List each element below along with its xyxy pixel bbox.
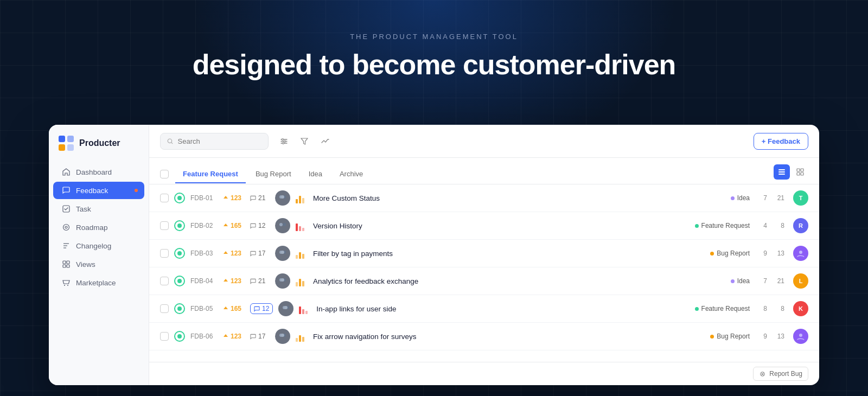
comment-icon — [250, 278, 256, 284]
row-id: FDB-02 — [190, 222, 218, 229]
hero-subtitle: THE PRODUCT MANAGEMENT TOOL — [0, 33, 868, 41]
feedback-dot — [135, 189, 138, 192]
table-row[interactable]: FDB-03 123 17 — [149, 240, 819, 267]
row-checkbox[interactable] — [160, 277, 169, 285]
multi-avatar — [275, 329, 290, 344]
sidebar-item-feedback[interactable]: Feedback — [53, 182, 144, 199]
tab-feature-request[interactable]: Feature Request — [175, 165, 246, 183]
sidebar-item-dashboard[interactable]: Dashboard — [53, 163, 144, 181]
row-meta: Bug Report 9 13 — [710, 246, 808, 261]
sidebar-item-roadmap[interactable]: Roadmap — [53, 219, 144, 236]
svg-rect-1 — [67, 136, 74, 142]
table-area: FDB-01 123 21 — [149, 184, 819, 362]
svg-point-11 — [64, 285, 65, 286]
svg-point-26 — [281, 195, 284, 199]
row-tag: Idea — [731, 194, 750, 202]
row-chart — [296, 220, 308, 231]
row-count2: 13 — [776, 250, 784, 257]
svg-point-27 — [279, 223, 283, 226]
row-comments: 21 — [250, 194, 270, 202]
row-count1: 9 — [758, 333, 767, 340]
upvote-icon — [223, 306, 228, 312]
multi-avatar-icon — [281, 305, 291, 312]
sidebar-item-changelog[interactable]: Changelog — [53, 237, 144, 254]
row-count2: 21 — [776, 194, 784, 202]
table-row[interactable]: FDB-02 165 12 — [149, 212, 819, 240]
search-input[interactable] — [178, 137, 261, 145]
row-checkbox[interactable] — [160, 194, 169, 202]
row-avatar: L — [793, 273, 808, 289]
row-title: In-app links for user side — [316, 305, 689, 313]
status-icon — [174, 276, 185, 286]
tag-text: Bug Report — [717, 250, 750, 257]
grid-view-button[interactable] — [792, 164, 808, 180]
sidebar-item-views[interactable]: Views — [53, 256, 144, 273]
svg-point-44 — [799, 334, 802, 337]
row-meta: Idea 7 21 T — [731, 190, 808, 206]
tab-idea[interactable]: Idea — [301, 165, 330, 183]
row-tag: Idea — [731, 277, 750, 285]
svg-rect-8 — [67, 261, 69, 264]
comment-icon — [250, 195, 256, 201]
row-title: Fix arrow navigation for surveys — [313, 333, 705, 341]
tab-archive[interactable]: Archive — [332, 165, 371, 183]
table-row[interactable]: FDB-04 123 21 — [149, 267, 819, 295]
tag-dot-idea — [731, 196, 735, 200]
table-row[interactable]: FDB-06 123 17 — [149, 323, 819, 350]
row-chart — [299, 303, 311, 314]
roadmap-icon — [62, 223, 71, 232]
row-id: FDB-05 — [190, 305, 218, 312]
chat-icon — [62, 186, 71, 195]
row-meta: Feature Request 8 8 K — [695, 301, 808, 316]
select-all-checkbox[interactable] — [160, 170, 169, 178]
row-count2: 21 — [776, 277, 784, 285]
tabs-row: Feature Request Bug Report Idea Archive — [149, 158, 819, 184]
row-id: FDB-04 — [190, 277, 218, 285]
views-icon — [62, 260, 71, 269]
report-bug-button[interactable]: Report Bug — [753, 367, 808, 381]
list-view-button[interactable] — [774, 164, 790, 180]
row-meta: Bug Report 9 13 — [710, 329, 808, 344]
row-chart — [296, 276, 308, 286]
add-feedback-button[interactable]: + Feedback — [754, 133, 808, 150]
multi-avatar — [275, 273, 290, 289]
row-votes: 123 — [223, 194, 245, 202]
sidebar-label-dashboard: Dashboard — [76, 168, 112, 176]
svg-point-5 — [63, 225, 69, 231]
row-checkbox[interactable] — [160, 249, 169, 258]
search-box[interactable] — [160, 133, 269, 150]
svg-rect-22 — [797, 173, 800, 175]
row-checkbox[interactable] — [160, 221, 169, 230]
row-checkbox[interactable] — [160, 332, 169, 341]
funnel-icon — [301, 137, 308, 145]
table-row[interactable]: FDB-05 165 12 — [149, 295, 819, 323]
svg-rect-10 — [67, 265, 69, 267]
row-comments: 17 — [250, 333, 270, 340]
bottom-bar: Report Bug — [149, 362, 819, 385]
logo-area: Producter — [49, 135, 149, 163]
row-count2: 8 — [776, 305, 784, 312]
row-tag: Bug Report — [710, 333, 750, 340]
table-row[interactable]: FDB-01 123 21 — [149, 184, 819, 212]
filter-button[interactable] — [296, 132, 313, 150]
row-checkbox[interactable] — [160, 304, 169, 313]
tag-dot-idea — [731, 279, 735, 283]
sidebar: Producter Dashboard Feedback Task — [49, 125, 149, 385]
svg-rect-21 — [801, 169, 803, 171]
svg-rect-4 — [63, 206, 69, 212]
sidebar-item-marketplace[interactable]: Marketplace — [53, 274, 144, 291]
tab-bug-report[interactable]: Bug Report — [248, 165, 299, 183]
sidebar-item-task[interactable]: Task — [53, 200, 144, 218]
comment-icon — [254, 306, 260, 312]
main-content: + Feedback Feature Request Bug Report Id… — [149, 125, 819, 385]
app-window: Producter Dashboard Feedback Task — [49, 125, 819, 385]
svg-point-12 — [67, 285, 68, 286]
avatar-photo — [796, 248, 806, 258]
tag-text: Feature Request — [701, 305, 750, 312]
svg-point-28 — [283, 223, 286, 226]
svg-rect-0 — [59, 136, 65, 142]
row-comments-highlighted: 12 — [250, 303, 273, 314]
trending-button[interactable] — [316, 132, 334, 150]
filter-settings-button[interactable] — [275, 132, 292, 150]
sidebar-label-views: Views — [76, 260, 95, 269]
